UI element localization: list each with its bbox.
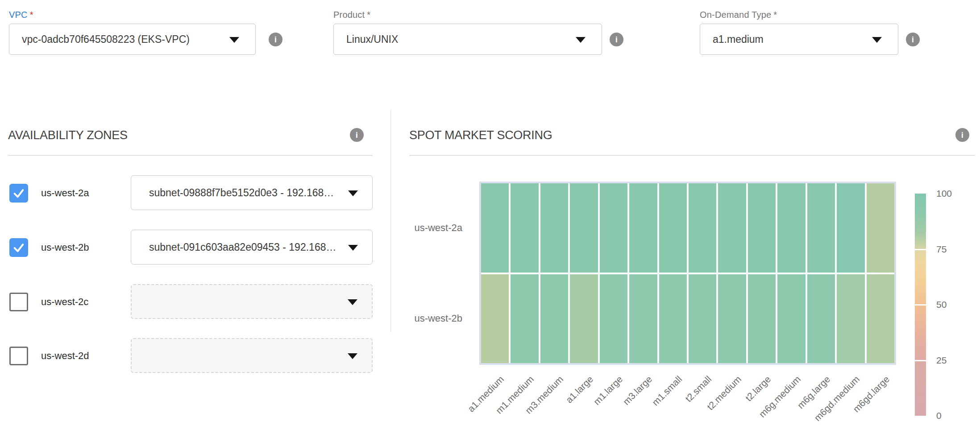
- heatmap-cell: [777, 274, 805, 364]
- heatmap-cell: [689, 183, 716, 273]
- subnet-select-value: subnet-091c603aa82e09453 - 192.168…: [149, 241, 336, 253]
- y-tick-label: us-west-2a: [364, 222, 462, 234]
- caret-down-icon: [348, 245, 358, 251]
- colorbar-tick-line: [915, 360, 926, 361]
- heatmap-cell: [629, 183, 657, 273]
- info-glyph: i: [356, 130, 358, 140]
- heatmap-cell: [481, 183, 509, 273]
- subnet-select-us-west-2b[interactable]: subnet-091c603aa82e09453 - 192.168…: [131, 230, 373, 265]
- info-glyph: i: [274, 35, 277, 45]
- info-glyph: i: [615, 35, 618, 45]
- heatmap-cell: [689, 274, 716, 364]
- x-tick-label: m1.large: [591, 374, 625, 407]
- checkmark-icon: [12, 241, 25, 254]
- spot-market-heatmap: [479, 182, 896, 365]
- subnet-select-us-west-2c[interactable]: [131, 284, 373, 319]
- colorbar-tick-line: [915, 304, 926, 306]
- heatmap-grid: [481, 183, 894, 363]
- checkmark-icon: [12, 187, 25, 199]
- subnet-select-us-west-2d[interactable]: [131, 338, 373, 373]
- product-info-icon[interactable]: i: [610, 33, 623, 46]
- spot-market-scoring-divider: [409, 155, 975, 156]
- heatmap-cell: [837, 183, 864, 273]
- vpc-required-marker: *: [30, 10, 33, 20]
- caret-down-icon: [348, 353, 357, 359]
- on-demand-type-field-label: On-Demand Type*: [700, 10, 777, 20]
- y-tick-label: us-west-2b: [364, 313, 462, 324]
- info-glyph: i: [912, 35, 914, 45]
- colorbar-tick-label: 0: [936, 410, 942, 421]
- vpc-select[interactable]: vpc-0adcb70f645508223 (EKS-VPC): [9, 24, 256, 55]
- zone-checkbox-us-west-2c[interactable]: [9, 293, 28, 311]
- heatmap-cell: [511, 183, 538, 273]
- caret-down-icon: [348, 299, 357, 305]
- heatmap-cell: [867, 183, 894, 273]
- x-tick-label: t2.large: [743, 374, 773, 404]
- vpc-select-value: vpc-0adcb70f645508223 (EKS-VPC): [22, 33, 190, 45]
- heatmap-cell: [748, 183, 776, 273]
- zone-label: us-west-2d: [41, 350, 89, 362]
- subnet-select-value: subnet-09888f7be5152d0e3 - 192.168…: [149, 187, 334, 199]
- caret-down-icon: [348, 190, 358, 196]
- zone-label: us-west-2b: [41, 242, 89, 253]
- spot-market-scoring-title: SPOT MARKET SCORING: [409, 128, 552, 142]
- heatmap-cell: [807, 274, 835, 364]
- caret-down-icon: [872, 37, 882, 43]
- heatmap-cell: [600, 274, 627, 364]
- zone-checkbox-us-west-2a[interactable]: [9, 184, 28, 203]
- colorbar-tick-label: 25: [936, 355, 947, 366]
- heatmap-cell: [807, 183, 835, 273]
- availability-zones-title: AVAILABILITY ZONES: [8, 128, 128, 142]
- product-select[interactable]: Linux/UNIX: [333, 24, 602, 55]
- zone-checkbox-us-west-2b[interactable]: [9, 238, 28, 257]
- on-demand-type-select[interactable]: a1.medium: [700, 24, 898, 55]
- spot-market-scoring-info-icon[interactable]: i: [955, 128, 969, 142]
- heatmap-cell: [540, 274, 568, 364]
- x-tick-label: t2.small: [683, 374, 714, 404]
- heatmap-cell: [570, 274, 598, 364]
- heatmap-cell: [837, 274, 864, 364]
- on-demand-type-label-text: On-Demand Type: [700, 10, 771, 20]
- heatmap-cell: [540, 183, 568, 273]
- heatmap-cell: [748, 274, 776, 364]
- zone-label: us-west-2c: [41, 296, 88, 308]
- subnet-select-us-west-2a[interactable]: subnet-09888f7be5152d0e3 - 192.168…: [131, 175, 373, 210]
- vpc-info-icon[interactable]: i: [269, 33, 282, 46]
- heatmap-cell: [659, 274, 687, 364]
- vpc-label-text: VPC: [9, 10, 28, 20]
- on-demand-type-info-icon[interactable]: i: [906, 33, 920, 46]
- heatmap-cell: [511, 274, 538, 364]
- colorbar-tick-line: [915, 249, 926, 250]
- heatmap-cell: [718, 274, 746, 364]
- x-tick-label: m3.large: [621, 374, 655, 407]
- heatmap-cell: [629, 274, 657, 364]
- availability-zones-divider: [8, 155, 373, 156]
- colorbar-tick-label: 100: [936, 188, 952, 199]
- heatmap-cell: [481, 274, 509, 364]
- colorbar-tick-label: 75: [936, 244, 947, 255]
- zone-checkbox-us-west-2d[interactable]: [9, 347, 28, 365]
- section-vertical-divider: [390, 109, 391, 332]
- heatmap-cell: [600, 183, 627, 273]
- heatmap-cell: [659, 183, 687, 273]
- on-demand-type-select-value: a1.medium: [713, 33, 764, 45]
- on-demand-type-required-marker: *: [773, 10, 777, 20]
- vpc-field-label: VPC*: [9, 10, 33, 20]
- x-tick-label: a1.large: [564, 374, 595, 405]
- product-field-label: Product*: [333, 10, 370, 20]
- x-tick-label: m1.small: [650, 374, 684, 408]
- info-glyph: i: [961, 130, 963, 140]
- heatmap-cell: [867, 274, 894, 364]
- product-required-marker: *: [367, 10, 370, 20]
- heatmap-cell: [570, 183, 598, 273]
- colorbar-tick-label: 50: [936, 299, 947, 310]
- product-select-value: Linux/UNIX: [346, 33, 398, 45]
- zone-label: us-west-2a: [41, 187, 89, 199]
- heatmap-cell: [777, 183, 805, 273]
- heatmap-cell: [718, 183, 746, 273]
- product-label-text: Product: [333, 10, 365, 20]
- availability-zones-info-icon[interactable]: i: [350, 128, 364, 142]
- caret-down-icon: [229, 37, 239, 43]
- caret-down-icon: [576, 37, 586, 43]
